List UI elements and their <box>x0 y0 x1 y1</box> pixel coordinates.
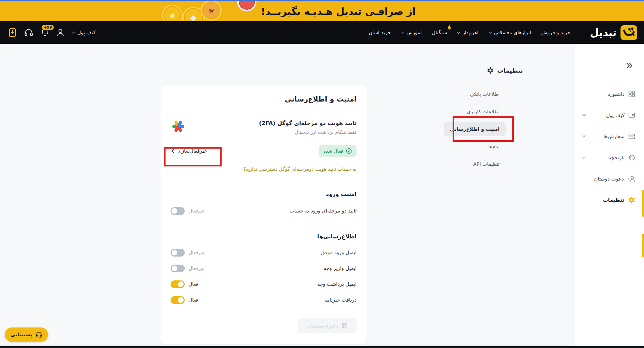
notification-count-badge: +99 <box>42 25 54 30</box>
toggle-row-withdraw-email: ایمیل برداشت وجه فعال <box>171 280 357 288</box>
settings-menu-header: تنظیمات <box>487 67 523 74</box>
chevron-down-icon <box>457 32 460 34</box>
toggle-row-deposit-email: ایمیل واریز وجه غیرفعال <box>171 264 357 272</box>
sidebar-item-invite-friends[interactable]: دعوت دوستان <box>574 168 644 189</box>
save-settings-button[interactable]: ذخیره تنظیمات <box>298 318 357 333</box>
chevron-down-icon <box>401 32 405 34</box>
sidebar-item-label: کیف پول <box>606 112 625 118</box>
bottom-strip <box>0 346 644 348</box>
notifications-bell-icon[interactable]: +99 <box>41 28 49 37</box>
promo-banner-text: از صرافـی تبدیل هـدیـه بگیریــد! <box>261 6 416 17</box>
history-clock-icon <box>628 154 635 161</box>
nav-link-education[interactable]: آموزش <box>401 30 422 36</box>
notifications-title: اطلاع‌رسانی‌ها <box>171 233 357 240</box>
headset-icon <box>36 332 42 338</box>
sidebar-item-orders[interactable]: سفارش‌ها <box>574 126 644 147</box>
divider <box>171 182 357 182</box>
toggle-row-label: ایمیل واریز وجه <box>324 265 357 271</box>
toggle-row-login-2fa: تایید دو مرحله‌ای ورود به حساب غیرفعال <box>171 207 357 215</box>
chevron-left-icon <box>171 149 174 153</box>
login-2fa-toggle[interactable] <box>171 207 185 215</box>
twofa-section: تایید هویت دو مرحله‌ای گوگل (2FA) فقط هن… <box>171 120 357 135</box>
check-circle-icon <box>346 148 352 154</box>
newsletter-toggle[interactable] <box>171 296 185 304</box>
sidebar-nav: داشبورد کیف پول <box>574 83 644 210</box>
settings-item-api-settings[interactable]: تنظیمات API <box>444 155 500 173</box>
tabdeal-logo-icon[interactable] <box>620 25 637 40</box>
sidebar-item-wallet[interactable]: کیف پول <box>574 105 644 126</box>
tabdeal-security-settings-page: ◆ ◆ 🐕︎ از صرافـی تبدیل هـدیـه بگیریــد! … <box>0 0 644 348</box>
twofa-status-row: فعال شده غیرفعال‌سازی <box>171 145 357 157</box>
sidebar-active-indicator <box>642 234 644 257</box>
support-button-label: پشتیبانی <box>10 332 33 338</box>
profile-icon[interactable] <box>56 28 64 37</box>
flame-icon <box>447 25 452 31</box>
deactivate-2fa-button[interactable]: غیرفعال‌سازی <box>171 146 208 156</box>
twofa-subtitle: فقط هنگام برداشت ارز دیجیتال <box>259 129 357 135</box>
settings-item-security-notifications[interactable]: امنیت و اطلاع‌رسانی <box>444 120 500 138</box>
settings-item-user-info[interactable]: اطلاعات کاربری <box>444 103 500 120</box>
login-email-toggle[interactable] <box>171 249 185 257</box>
floppy-disk-icon <box>341 322 348 329</box>
deposit-email-toggle[interactable] <box>171 265 185 272</box>
security-settings-card: امنیت و اطلاع‌رسانی تایید هویت دو مرحله‌… <box>160 85 367 344</box>
nav-link-buy-sell[interactable]: خرید و فروش <box>541 30 570 36</box>
toggle-state-label: غیرفعال <box>189 250 204 255</box>
nav-link-label: سیگنال <box>432 30 447 36</box>
shiba-coin-icon: 🐕︎ <box>201 1 222 21</box>
red-coin-icon <box>237 1 257 11</box>
nav-link-easy-buy[interactable]: خرید آسان <box>369 30 391 36</box>
support-button[interactable]: پشتیبانی <box>5 327 48 342</box>
orders-icon <box>628 133 635 140</box>
twofa-title: تایید هویت دو مرحله‌ای گوگل (2FA) <box>259 120 357 126</box>
invite-friends-icon <box>628 175 635 182</box>
main-navbar: تبدیل خرید و فروش ابزارهای معاملاتی اهرم… <box>0 21 644 44</box>
deactivate-label: غیرفعال‌سازی <box>178 148 207 154</box>
chevron-down-icon <box>489 32 492 34</box>
twofa-recovery-link[interactable]: به حساب تایید هویت دومرحله‌ای گوگل دسترس… <box>171 166 357 172</box>
sidebar-item-label: تنظیمات <box>603 197 624 203</box>
dashboard-grid-icon <box>628 90 635 98</box>
toggle-row-login-email: ایمیل ورود موفق غیرفعال <box>171 248 357 257</box>
wallet-menu-label: کیف پول <box>77 30 96 36</box>
sidebar-item-settings[interactable]: تنظیمات <box>574 189 644 210</box>
toggle-state-label: فعال <box>189 297 198 303</box>
toggle-row-label: ایمیل برداشت وجه <box>317 281 357 287</box>
nav-link-label: آموزش <box>407 30 422 36</box>
settings-submenu: اطلاعات بانکی اطلاعات کاربری امنیت و اطل… <box>444 85 500 173</box>
sidebar-item-dashboard[interactable]: داشبورد <box>574 83 644 105</box>
save-settings-label: ذخیره تنظیمات <box>307 323 338 329</box>
sidebar-collapse-icon[interactable] <box>626 62 633 69</box>
wallet-menu[interactable]: کیف پول <box>72 30 96 36</box>
withdraw-email-toggle[interactable] <box>171 280 185 288</box>
settings-item-bank-info[interactable]: اطلاعات بانکی <box>444 85 500 103</box>
nav-link-label: خرید آسان <box>369 30 391 36</box>
app-download-icon[interactable] <box>8 28 17 37</box>
nav-link-label: خرید و فروش <box>541 30 570 36</box>
nav-link-leveraged[interactable]: اهرم‌دار <box>457 30 478 36</box>
toggle-row-newsletter: دریافت خبرنامه فعال <box>171 296 357 304</box>
support-headphones-icon[interactable] <box>24 28 33 37</box>
sidebar-item-history[interactable]: تاریخچه <box>574 147 644 168</box>
sidebar-item-label: تاریخچه <box>608 155 625 161</box>
toggle-row-label: دریافت خبرنامه <box>324 297 357 303</box>
chevron-down-icon <box>582 135 586 138</box>
chevron-down-icon <box>72 31 75 34</box>
nav-link-label: اهرم‌دار <box>462 30 478 36</box>
navbar-right-group: تبدیل خرید و فروش ابزارهای معاملاتی اهرم… <box>369 21 637 44</box>
settings-menu-title: تنظیمات <box>497 67 523 74</box>
status-badge: فعال شده <box>319 145 357 157</box>
google-authenticator-icon <box>172 120 185 133</box>
toggle-state-label: غیرفعال <box>189 266 204 271</box>
save-row: ذخیره تنظیمات <box>171 318 357 333</box>
status-badge-label: فعال شده <box>323 148 343 154</box>
nav-link-signal[interactable]: سیگنال <box>432 30 447 36</box>
tabdeal-logo-text[interactable]: تبدیل <box>590 27 616 38</box>
promo-banner[interactable]: ◆ ◆ 🐕︎ از صرافـی تبدیل هـدیـه بگیریــد! <box>0 1 644 21</box>
gold-coin-icon: ◆ <box>162 5 183 21</box>
scrollbar-thumb[interactable] <box>642 190 644 217</box>
settings-item-messages[interactable]: پیام‌ها <box>444 138 500 155</box>
gear-outline-icon <box>487 67 494 74</box>
sidebar-item-label: داشبورد <box>608 91 625 97</box>
nav-link-trading-tools[interactable]: ابزارهای معاملاتی <box>489 30 531 36</box>
